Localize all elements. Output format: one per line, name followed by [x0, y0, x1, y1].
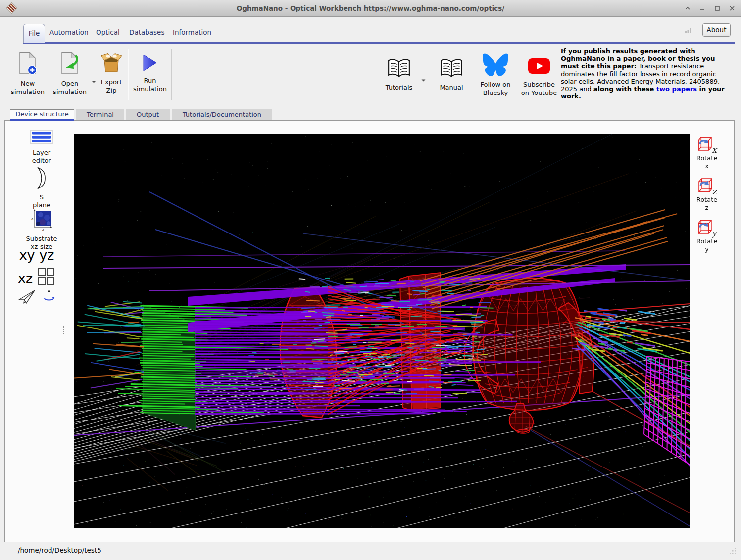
open-document-icon [60, 69, 80, 77]
open-simulation-button[interactable]: Open simulation [48, 52, 92, 96]
box-icon [100, 68, 123, 75]
grid-2x2-icon[interactable] [37, 267, 55, 289]
subscribe-youtube-button[interactable]: Subscribe on Youtube [513, 58, 565, 97]
export-zip-label: Export Zip [94, 78, 129, 94]
statusbar: /home/rod/Desktop/test5 [0, 542, 741, 560]
sidebar-splitter-handle[interactable] [62, 325, 65, 338]
citation-text: If you publish results generated with Og… [561, 47, 729, 100]
rotate-cube-z-icon [697, 177, 714, 195]
manual-label: Manual [431, 83, 472, 92]
rotate-y-label: Rotate y [684, 237, 730, 253]
tab-tutorials-documentation[interactable]: Tutorials/Documentation [172, 109, 272, 121]
open-simulation-label: Open simulation [48, 79, 92, 96]
current-path: /home/rod/Desktop/test5 [18, 546, 101, 554]
tutorials-label: Tutorials [378, 83, 420, 92]
xz-view-row: xz [14, 267, 59, 289]
xy-y-z-label: xy yz [14, 247, 59, 263]
s-plane-button[interactable]: S plane [19, 167, 64, 209]
rotate-x-axis-letter: x [712, 146, 717, 154]
titlebar[interactable]: OghmaNano - Optical Workbench https://ww… [0, 0, 741, 17]
close-window-icon[interactable] [729, 5, 736, 12]
export-zip-button[interactable]: Export Zip [94, 52, 129, 94]
rotate-y-axis-letter: y [712, 229, 717, 237]
layer-editor-button[interactable]: Layer editor [19, 130, 64, 165]
toolbar-separator-2 [171, 49, 172, 100]
ribbon-grip-icon [685, 26, 692, 36]
optical-3d-viewport[interactable] [74, 134, 690, 528]
play-icon [141, 66, 159, 74]
device-structure-panel: Layer editor S plane [4, 120, 735, 543]
substrate-thumbnail-icon: x z [31, 225, 52, 232]
substrate-xz-size-button[interactable]: x z Substrate xz-size [19, 209, 64, 251]
minimize-window-icon[interactable] [699, 5, 706, 12]
window-title: OghmaNano - Optical Workbench https://ww… [0, 0, 741, 16]
tutorials-button[interactable]: Tutorials [378, 58, 420, 92]
rotate-cube-x-icon [697, 136, 713, 154]
citation-bold-mid: along with these [593, 85, 656, 93]
ribbon-tab-databases[interactable]: Databases [129, 28, 164, 36]
follow-bluesky-button[interactable]: Follow on Bluesky [472, 53, 519, 97]
view-fly-controls [14, 288, 59, 307]
subscribe-youtube-label: Subscribe on Youtube [513, 80, 565, 97]
shade-window-icon[interactable] [684, 5, 691, 12]
rotate-x-button[interactable]: x Rotate x [684, 136, 730, 170]
about-button[interactable]: About [702, 23, 731, 37]
ribbon-tab-optical[interactable]: Optical [96, 28, 120, 36]
ribbon-underline [23, 42, 735, 44]
manual-button[interactable]: Manual [431, 58, 472, 92]
run-simulation-button[interactable]: Run simulation [131, 53, 169, 93]
rotate-cube-y-icon [697, 219, 713, 237]
run-simulation-label: Run simulation [131, 76, 169, 93]
svg-text:z: z [42, 228, 44, 231]
new-document-icon [18, 69, 38, 77]
tab-output[interactable]: Output [126, 109, 170, 121]
rotate-y-button[interactable]: y Rotate y [684, 219, 730, 253]
resize-grip-icon[interactable] [729, 547, 738, 558]
youtube-icon [528, 68, 550, 76]
xz-label: xz [18, 271, 33, 286]
layer-editor-label: Layer editor [19, 149, 64, 165]
layers-icon [30, 139, 53, 146]
two-papers-link[interactable]: two papers [656, 85, 697, 93]
tab-device-structure[interactable]: Device structure [10, 109, 74, 121]
app-window: OghmaNano - Optical Workbench https://ww… [0, 0, 741, 560]
rotate-axis-icon[interactable] [43, 288, 55, 307]
book-icon-2 [440, 73, 463, 81]
ribbon-tab-automation[interactable]: Automation [49, 28, 89, 36]
book-icon [387, 73, 411, 81]
ribbon-tab-file[interactable]: File [23, 24, 45, 43]
ribbon-tab-information[interactable]: Information [173, 28, 211, 36]
toolbar-separator [128, 49, 129, 100]
lens-plane-icon [35, 183, 48, 190]
follow-bluesky-label: Follow on Bluesky [472, 80, 519, 97]
rotate-z-label: Rotate z [684, 196, 730, 212]
rotate-z-axis-letter: z [712, 187, 717, 195]
svg-text:x: x [31, 217, 33, 221]
s-plane-label: S plane [19, 193, 64, 209]
tutorials-dropdown-icon[interactable] [421, 75, 426, 84]
new-simulation-button[interactable]: New simulation [7, 52, 49, 96]
paper-plane-icon[interactable] [18, 289, 36, 306]
new-simulation-label: New simulation [7, 79, 49, 96]
rotate-z-button[interactable]: z Rotate z [684, 177, 730, 212]
bluesky-butterfly-icon [483, 70, 508, 78]
tab-terminal[interactable]: Terminal [76, 109, 124, 121]
maximize-window-icon[interactable] [714, 5, 721, 12]
rotate-x-label: Rotate x [684, 154, 730, 170]
